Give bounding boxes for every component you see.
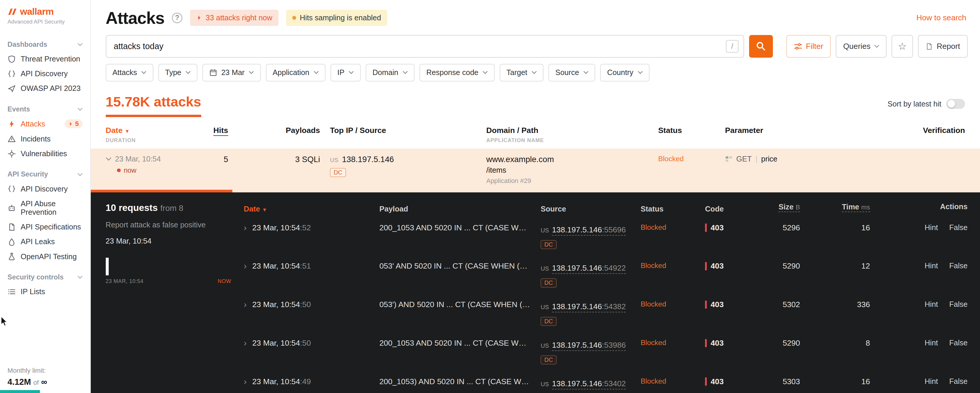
help-icon[interactable]: ? — [172, 13, 183, 23]
attack-ip[interactable]: 138.197.5.146 — [342, 155, 394, 164]
filter-button[interactable]: Filter — [786, 35, 830, 58]
brand-subtitle: Advanced API Security — [8, 19, 83, 25]
hit-row[interactable]: ›23 Mar, 10:54:50 053') AND 5020 IN ... … — [244, 294, 968, 333]
datacenter-badge[interactable]: DC — [541, 278, 557, 288]
attack-payloads[interactable]: 3 SQLi — [228, 155, 320, 164]
sidebar-item-api-specifications[interactable]: API Specifications — [0, 220, 90, 235]
filter-chip-response-code[interactable]: Response code — [420, 64, 495, 81]
hit-ip[interactable]: 138.197.5.146:54922 — [552, 264, 626, 274]
sidebar-item-openapi-testing[interactable]: OpenAPI Testing — [0, 249, 90, 264]
hint-link[interactable]: Hint — [925, 339, 938, 347]
chevron-right-icon[interactable]: › — [244, 339, 247, 347]
sidebar-item-owasp-api[interactable]: OWASP API 2023 — [0, 81, 90, 96]
favorite-star-button[interactable]: ☆ — [892, 35, 913, 58]
sidebar-item-threat-prevention[interactable]: Threat Prevention — [0, 51, 90, 66]
col-hit-date[interactable]: Date ▼ — [244, 205, 267, 213]
false-link[interactable]: False — [949, 262, 967, 270]
chevron-right-icon[interactable]: › — [244, 223, 247, 232]
hint-link[interactable]: Hint — [925, 262, 938, 270]
datacenter-badge[interactable]: DC — [541, 355, 557, 364]
attack-date: 23 Mar, 10:54 — [115, 155, 161, 163]
col-hits[interactable]: Hits — [213, 126, 228, 136]
report-button[interactable]: Report — [918, 35, 968, 58]
topbar: Attacks ? 33 attacks right now Hits samp… — [91, 0, 980, 32]
false-link[interactable]: False — [949, 339, 967, 347]
requests-count: 10 requests — [106, 202, 158, 213]
sidebar-item-api-abuse-prevention[interactable]: API Abuse Prevention — [0, 196, 90, 219]
hit-row[interactable]: ›23 Mar, 10:54:50 200_1053 AND 5020 IN .… — [244, 333, 968, 372]
chevron-right-icon[interactable]: › — [244, 300, 247, 309]
toggle-knob — [948, 100, 955, 108]
filter-chip-target[interactable]: Target — [500, 64, 544, 81]
search-button[interactable] — [749, 35, 773, 58]
search-input[interactable] — [114, 42, 726, 51]
col-hit-size[interactable]: Size B — [778, 203, 800, 212]
braces-icon — [8, 185, 16, 193]
false-link[interactable]: False — [949, 223, 967, 232]
hit-ip[interactable]: 138.197.5.146:53986 — [552, 341, 626, 351]
sort-desc-icon: ▼ — [262, 207, 267, 212]
section-events[interactable]: Events — [0, 102, 90, 116]
datacenter-badge[interactable]: DC — [330, 168, 346, 177]
section-security-controls[interactable]: Security controls — [0, 270, 90, 284]
chevron-right-icon[interactable]: › — [244, 262, 247, 270]
hint-link[interactable]: Hint — [925, 223, 938, 232]
hit-ip[interactable]: 138.197.5.146:55696 — [552, 225, 626, 236]
section-api-security[interactable]: API Security — [0, 168, 90, 182]
queries-dropdown[interactable]: Queries — [836, 35, 887, 58]
sidebar-item-ip-lists[interactable]: IP Lists — [0, 284, 90, 299]
attacks-count: 15.78K attacks — [106, 94, 201, 117]
filter-chip-country[interactable]: Country — [600, 64, 649, 81]
hit-row[interactable]: ›23 Mar, 10:54:52 200_1053 AND 5020 IN .… — [244, 217, 968, 256]
attack-row-expanded[interactable]: 23 Mar, 10:54 now 5 3 SQLi US 138.197.5.… — [91, 149, 980, 192]
sidebar-item-attacks[interactable]: Attacks 5 — [0, 117, 90, 132]
hint-link[interactable]: Hint — [925, 300, 938, 308]
chevron-down-icon — [186, 70, 191, 74]
search-box[interactable]: / — [106, 35, 744, 58]
hint-link[interactable]: Hint — [925, 377, 938, 386]
lightning-icon — [196, 14, 202, 21]
chevron-right-icon[interactable]: › — [244, 377, 247, 386]
filter-chip-domain[interactable]: Domain — [366, 64, 415, 81]
chevron-down-icon — [78, 275, 83, 279]
filter-chip-attacks[interactable]: Attacks — [106, 64, 153, 81]
chevron-expanded-icon[interactable] — [106, 157, 111, 161]
attack-now-label: now — [124, 166, 136, 174]
attack-domain[interactable]: www.example.com — [486, 155, 658, 164]
hit-row[interactable]: ›23 Mar, 10:54:51 053' AND 5020 IN ... C… — [244, 256, 968, 294]
filter-chip-source[interactable]: Source — [549, 64, 595, 81]
hit-payload: 200_1053 AND 5020 IN ... CT (CASE WHEN..… — [379, 339, 541, 348]
search-row: / Filter Queries ☆ Report — [91, 32, 980, 64]
filter-chip-ip[interactable]: IP — [331, 64, 361, 81]
datacenter-badge[interactable]: DC — [541, 240, 557, 249]
filter-chip-application[interactable]: Application — [266, 64, 326, 81]
sort-toggle[interactable] — [946, 99, 965, 109]
sidebar-item-api-leaks[interactable]: API Leaks — [0, 235, 90, 249]
datacenter-badge[interactable]: DC — [541, 317, 557, 326]
sidebar-item-vulnerabilities[interactable]: Vulnerabilities — [0, 146, 90, 161]
filter-sliders-icon — [794, 43, 802, 50]
filter-chip-date[interactable]: 23 Mar — [202, 64, 261, 81]
sidebar-item-api-discovery[interactable]: API Discovery — [0, 67, 90, 81]
how-to-search-link[interactable]: How to search — [916, 13, 966, 22]
sidebar-item-api-discovery-2[interactable]: API Discovery — [0, 182, 90, 196]
sidebar-item-incidents[interactable]: Incidents — [0, 131, 90, 146]
col-date[interactable]: Date ▼ — [106, 126, 130, 135]
details-summary: 10 requests from 8 Report attack as fals… — [91, 192, 244, 393]
false-link[interactable]: False — [949, 300, 967, 308]
logo[interactable]: wallarm Advanced API Security — [0, 6, 90, 25]
chevron-down-icon — [249, 70, 254, 74]
attack-path[interactable]: /items — [486, 166, 658, 174]
false-link[interactable]: False — [949, 377, 967, 386]
calendar-icon — [210, 69, 217, 77]
report-false-positive-link[interactable]: Report attack as false positive — [106, 220, 231, 229]
hit-row[interactable]: ›23 Mar, 10:54:49 200_1053) AND 5020 IN … — [244, 372, 968, 393]
hit-ip[interactable]: 138.197.5.146:53402 — [552, 379, 626, 390]
search-icon — [756, 41, 766, 51]
selected-row-indicator — [91, 190, 233, 192]
document-icon — [8, 223, 16, 231]
hit-ip[interactable]: 138.197.5.146:54382 — [552, 302, 626, 312]
col-hit-time[interactable]: Time ms — [842, 203, 870, 212]
section-dashboards[interactable]: Dashboards — [0, 37, 90, 51]
filter-chip-type[interactable]: Type — [158, 64, 198, 81]
